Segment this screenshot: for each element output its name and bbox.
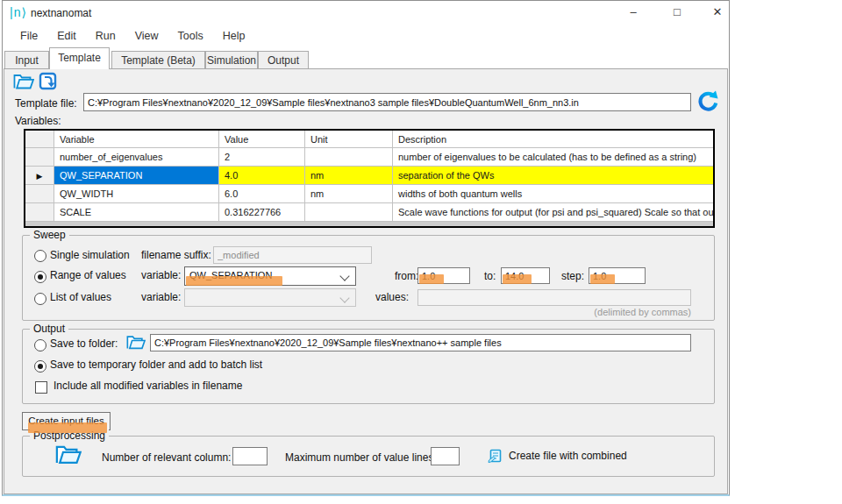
browse-folder-icon[interactable] [126, 334, 146, 351]
cell-unit[interactable]: nm [305, 167, 393, 185]
to-label: to: [484, 270, 496, 282]
marker-highlight-from [419, 274, 444, 284]
row-selector[interactable]: ▶ [25, 167, 54, 185]
single-simulation-radio[interactable] [34, 250, 46, 262]
close-button[interactable]: ✕ [706, 3, 729, 22]
tab-template-beta[interactable]: Template (Beta) [111, 51, 205, 69]
values-label: values: [375, 291, 409, 303]
marker-highlight-create-button [28, 422, 107, 433]
marker-highlight-to [503, 274, 532, 284]
row-selector[interactable] [25, 148, 54, 167]
cell-variable[interactable]: number_of_eigenvalues [54, 148, 219, 167]
single-simulation-label: Single simulation [50, 249, 130, 261]
table-row[interactable]: number_of_eigenvalues 2 number of eigenv… [25, 148, 713, 167]
cell-description[interactable]: number of eigenvalues to be calculated (… [393, 148, 713, 167]
table-row[interactable]: QW_WIDTH 6.0 nm widths of both quantum w… [25, 185, 713, 203]
template-file-label: Template file: [15, 97, 77, 110]
table-horizontal-scrollbar[interactable] [25, 222, 713, 226]
tab-input[interactable]: Input [4, 51, 49, 69]
column-header-description[interactable]: Description [393, 131, 713, 148]
menu-item-edit[interactable]: Edit [57, 25, 76, 47]
cell-value[interactable]: 4.0 [219, 167, 305, 185]
cell-variable[interactable]: QW_SEPARATION [54, 167, 219, 185]
open-template-folder-icon[interactable] [13, 73, 34, 90]
values-hint: (delimited by commas) [577, 307, 691, 317]
output-folder-input[interactable] [150, 334, 691, 351]
variables-table: Variable Value Unit Description number_o… [24, 129, 715, 228]
output-group-title: Output [30, 323, 68, 335]
cell-unit[interactable]: nm [305, 185, 393, 203]
load-template-icon[interactable] [39, 72, 58, 91]
column-header-variable[interactable]: Variable [54, 131, 219, 148]
marker-highlight-step [590, 274, 615, 284]
menu-item-help[interactable]: Help [223, 25, 246, 47]
variables-label: Variables: [15, 115, 61, 127]
nextnano-logo-icon: |n⟩ [10, 5, 27, 19]
cell-unit[interactable] [305, 203, 393, 222]
relevant-column-input[interactable] [232, 447, 268, 465]
filename-suffix-label: filename suffix: [141, 249, 211, 261]
title-bar: |n⟩ nextnanomat – □ ✕ [3, 1, 729, 25]
row-selector-header [25, 131, 54, 148]
cell-variable[interactable]: SCALE [54, 203, 219, 222]
marker-highlight-variable [186, 276, 282, 286]
cell-description[interactable]: separation of the QWs [393, 167, 713, 185]
from-label: from: [395, 270, 418, 282]
postprocessing-folder-icon[interactable] [55, 443, 82, 466]
row-selector[interactable] [25, 203, 54, 222]
cell-variable[interactable]: QW_WIDTH [54, 185, 219, 203]
menu-item-tools[interactable]: Tools [178, 25, 203, 47]
maximize-button[interactable]: □ [666, 3, 689, 22]
save-to-folder-radio[interactable] [34, 339, 46, 351]
combined-file-icon[interactable] [488, 449, 503, 464]
cell-description[interactable]: Scale wave functions for output (for psi… [393, 203, 713, 222]
menu-item-run[interactable]: Run [96, 25, 116, 47]
list-variable-combobox[interactable] [184, 288, 356, 307]
tab-simulation[interactable]: Simulation [205, 51, 258, 69]
range-of-values-label: Range of values [50, 269, 126, 281]
window-title: nextnanomat [31, 7, 91, 19]
save-to-folder-label: Save to folder: [50, 337, 118, 350]
minimize-button[interactable]: – [622, 3, 645, 22]
menu-item-view[interactable]: View [135, 25, 159, 47]
table-header-row: Variable Value Unit Description [25, 131, 713, 148]
combined-file-label: Create file with combined [509, 450, 627, 462]
cell-value[interactable]: 6.0 [219, 185, 305, 203]
cell-value[interactable]: 0.316227766 [219, 203, 305, 222]
column-header-value[interactable]: Value [219, 131, 305, 148]
sweep-group-title: Sweep [30, 229, 69, 241]
menu-bar: File Edit Run View Tools Help [3, 25, 264, 47]
chevron-down-icon [339, 293, 349, 302]
max-value-lines-input[interactable] [431, 447, 460, 465]
refresh-template-icon[interactable] [696, 90, 719, 113]
filename-suffix-input[interactable] [213, 246, 372, 264]
cell-value[interactable]: 2 [219, 148, 305, 167]
table-row-selected[interactable]: ▶ QW_SEPARATION 4.0 nm separation of the… [25, 167, 713, 185]
column-header-unit[interactable]: Unit [305, 131, 393, 148]
max-value-lines-label: Maximum number of value lines: [285, 451, 437, 464]
relevant-column-label: Number of relevant column: [102, 451, 231, 464]
range-of-values-radio[interactable] [34, 271, 46, 283]
tab-output[interactable]: Output [258, 51, 309, 69]
step-label: step: [561, 270, 584, 282]
table-row[interactable]: SCALE 0.316227766 Scale wave functions f… [25, 203, 713, 222]
save-to-temp-radio[interactable] [34, 360, 46, 373]
menu-item-file[interactable]: File [20, 25, 38, 47]
include-variables-checkbox[interactable] [35, 381, 47, 394]
row-selector[interactable] [25, 185, 54, 203]
app-window: |n⟩ nextnanomat – □ ✕ File Edit Run View… [2, 0, 730, 496]
values-input[interactable] [417, 289, 691, 306]
range-variable-label: variable: [141, 269, 181, 281]
list-variable-label: variable: [141, 291, 181, 303]
list-of-values-label: List of values [50, 291, 111, 303]
chevron-down-icon [339, 271, 349, 280]
cell-description[interactable]: widths of both quantum wells [393, 185, 713, 203]
include-variables-label: Include all modified variables in filena… [54, 380, 242, 392]
tab-template[interactable]: Template [49, 47, 110, 69]
save-to-temp-label: Save to temporary folder and add to batc… [50, 358, 262, 371]
list-of-values-radio[interactable] [34, 293, 46, 305]
cell-unit[interactable] [305, 148, 393, 167]
selected-row-marker-icon: ▶ [37, 172, 43, 181]
template-file-input[interactable] [83, 93, 691, 111]
